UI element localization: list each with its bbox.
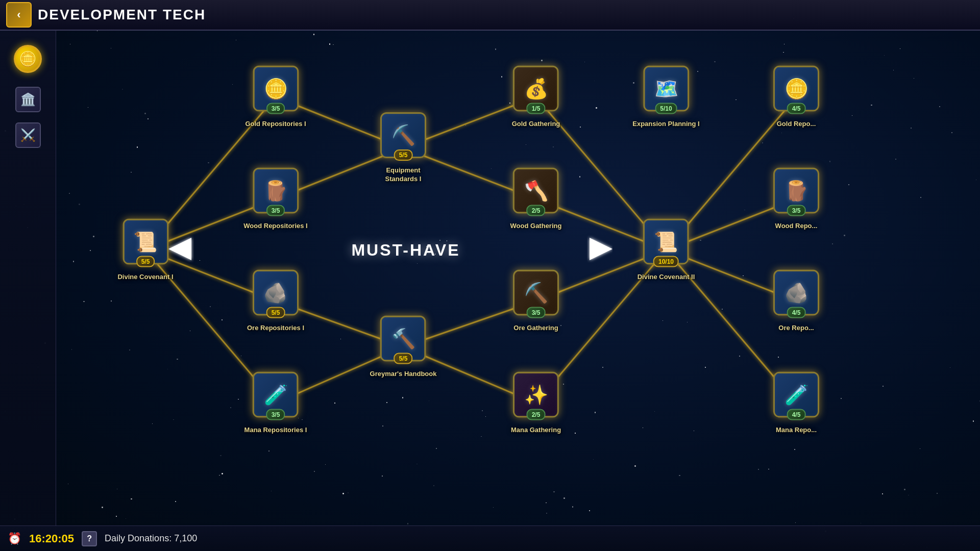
ore-repo-1-badge: 5/5 [266, 307, 285, 318]
arrow-right [444, 234, 612, 266]
partial-ore-repo[interactable]: 🪨 4/5 Ore Repo... [773, 270, 819, 333]
bottom-bar: ⏰ 16:20:05 ? Daily Donations: 7,100 [0, 525, 980, 551]
donation-label: Daily Donations: 7,100 [105, 533, 197, 544]
mana-repo-1-label: Mana Repositories I [244, 426, 307, 435]
node-icon-greymars-handbook: 🔨 5/5 [380, 316, 426, 362]
sidebar-icon-building[interactable]: 🏛️ [15, 87, 41, 112]
node-wood-repo-1[interactable]: 🪵 3/5 Wood Repositories I [243, 168, 307, 231]
node-equipment-standards-1[interactable]: ⛏️ 5/5 EquipmentStandards I [380, 112, 426, 184]
header: ‹ DEVELOPMENT TECH [0, 0, 980, 31]
svg-marker-41 [590, 238, 612, 260]
mana-gathering-label: Mana Gathering [511, 426, 561, 435]
node-icon-divine-covenant-2: 📜 10/10 [643, 219, 689, 265]
partial-wood-repo-icon: 🪵 3/5 [773, 168, 819, 214]
node-icon-expansion-planning-1: 🗺️ 5/10 [643, 66, 689, 112]
equipment-standards-1-icon: ⛏️ [391, 124, 415, 146]
mana-gathering-badge: 2/5 [527, 409, 546, 420]
ore-gathering-badge: 3/5 [527, 307, 546, 318]
partial-mana-repo-icon: 🧪 4/5 [773, 372, 819, 418]
expansion-planning-1-icon: 🗺️ [654, 78, 678, 100]
partial-gold-repo-icon: 🪙 4/5 [773, 66, 819, 112]
divine-covenant-1-badge: 5/5 [136, 256, 155, 267]
node-greymars-handbook[interactable]: 🔨 5/5 Greymar's Handbook [370, 316, 437, 379]
ore-gathering-label: Ore Gathering [513, 324, 558, 333]
coin-stack: 🪙 [10, 41, 46, 77]
node-icon-mana-repo-1: 🧪 3/5 [253, 372, 299, 418]
partial-wood-repo[interactable]: 🪵 3/5 Wood Repo... [773, 168, 819, 231]
node-expansion-planning-1[interactable]: 🗺️ 5/10 Expansion Planning I [632, 66, 699, 129]
ore-repo-1-label: Ore Repositories I [247, 324, 304, 333]
node-icon-gold-gathering: 💰 1/5 [513, 66, 559, 112]
node-wood-gathering[interactable]: 🪓 2/5 Wood Gathering [510, 168, 562, 231]
wood-gathering-label: Wood Gathering [510, 222, 562, 231]
wood-repo-1-label: Wood Repositories I [243, 222, 307, 231]
node-gold-gathering[interactable]: 💰 1/5 Gold Gathering [512, 66, 560, 129]
node-icon-ore-gathering: ⛏️ 3/5 [513, 270, 559, 316]
partial-mana-repo-label: Mana Repo... [776, 426, 817, 435]
expansion-planning-1-badge: 5/10 [655, 103, 677, 114]
divine-covenant-2-icon: 📜 [654, 231, 678, 253]
greymars-handbook-label: Greymar's Handbook [370, 370, 437, 379]
node-ore-repo-1[interactable]: 🪨 5/5 Ore Repositories I [247, 270, 304, 333]
ore-gathering-icon: ⛏️ [524, 282, 548, 304]
gold-repo-1-label: Gold Repositories I [245, 120, 306, 129]
node-icon-ore-repo-1: 🪨 5/5 [253, 270, 299, 316]
wood-gathering-badge: 2/5 [527, 205, 546, 216]
divine-covenant-2-label: Divine Covenant II [638, 273, 695, 282]
equipment-standards-1-badge: 5/5 [394, 149, 413, 161]
coin-icon: 🪙 [14, 45, 42, 73]
partial-mana-repo-badge: 4/5 [787, 409, 806, 420]
node-gold-repo-1[interactable]: 🪙 3/5 Gold Repositories I [245, 66, 306, 129]
mana-repo-1-icon: 🧪 [264, 384, 288, 406]
back-button[interactable]: ‹ [6, 2, 32, 28]
sidebar: 🪙 🏛️ ⚔️ [0, 31, 56, 551]
gold-gathering-badge: 1/5 [527, 103, 546, 114]
greymars-handbook-badge: 5/5 [394, 353, 413, 364]
mana-repo-1-badge: 3/5 [266, 409, 285, 420]
partial-gold-repo-label: Gold Repo... [777, 120, 816, 129]
gold-repo-1-icon: 🪙 [264, 78, 288, 100]
gold-gathering-label: Gold Gathering [512, 120, 560, 129]
sidebar-icon-combat[interactable]: ⚔️ [15, 122, 41, 148]
partial-ore-repo-icon: 🪨 4/5 [773, 270, 819, 316]
equipment-standards-1-label: EquipmentStandards I [385, 166, 422, 184]
gold-repo-1-badge: 3/5 [266, 103, 285, 114]
mana-gathering-icon: ✨ [524, 384, 548, 406]
node-mana-gathering[interactable]: ✨ 2/5 Mana Gathering [511, 372, 561, 435]
partial-gold-repo-badge: 4/5 [787, 103, 806, 114]
back-icon: ‹ [17, 8, 20, 21]
timer-icon: ⏰ [8, 532, 21, 545]
svg-marker-39 [168, 238, 191, 260]
divine-covenant-1-icon: 📜 [133, 231, 157, 253]
expansion-planning-1-label: Expansion Planning I [632, 120, 699, 129]
partial-ore-repo-label: Ore Repo... [778, 324, 814, 333]
help-button[interactable]: ? [82, 531, 97, 546]
greymars-handbook-icon: 🔨 [391, 328, 415, 350]
node-icon-equipment-standards-1: ⛏️ 5/5 [380, 112, 426, 158]
wood-gathering-icon: 🪓 [524, 180, 548, 202]
node-mana-repo-1[interactable]: 🧪 3/5 Mana Repositories I [244, 372, 307, 435]
node-icon-wood-repo-1: 🪵 3/5 [253, 168, 299, 214]
partial-wood-repo-badge: 3/5 [787, 205, 806, 216]
gold-gathering-icon: 💰 [524, 78, 548, 100]
partial-wood-repo-label: Wood Repo... [775, 222, 818, 231]
timer-display: 16:20:05 [29, 532, 74, 545]
partial-gold-repo[interactable]: 🪙 4/5 Gold Repo... [773, 66, 819, 129]
arrow-left [168, 234, 337, 266]
node-divine-covenant-2[interactable]: 📜 10/10 Divine Covenant II [638, 219, 695, 282]
wood-repo-1-badge: 3/5 [266, 205, 285, 216]
wood-repo-1-icon: 🪵 [264, 180, 288, 202]
ore-repo-1-icon: 🪨 [263, 282, 287, 304]
divine-covenant-2-badge: 10/10 [653, 256, 679, 267]
node-ore-gathering[interactable]: ⛏️ 3/5 Ore Gathering [513, 270, 559, 333]
node-divine-covenant-1[interactable]: 📜 5/5 Divine Covenant I [117, 219, 173, 282]
divine-covenant-1-label: Divine Covenant I [117, 273, 173, 282]
main-content: 📜 5/5 Divine Covenant I 🪙 3/5 Gold Repos… [56, 31, 980, 525]
partial-mana-repo[interactable]: 🧪 4/5 Mana Repo... [773, 372, 819, 435]
node-icon-wood-gathering: 🪓 2/5 [513, 168, 559, 214]
partial-ore-repo-badge: 4/5 [787, 307, 806, 318]
page-title: DEVELOPMENT TECH [38, 7, 206, 23]
node-icon-divine-covenant-1: 📜 5/5 [122, 219, 168, 265]
node-icon-mana-gathering: ✨ 2/5 [513, 372, 559, 418]
node-icon-gold-repo-1: 🪙 3/5 [253, 66, 299, 112]
